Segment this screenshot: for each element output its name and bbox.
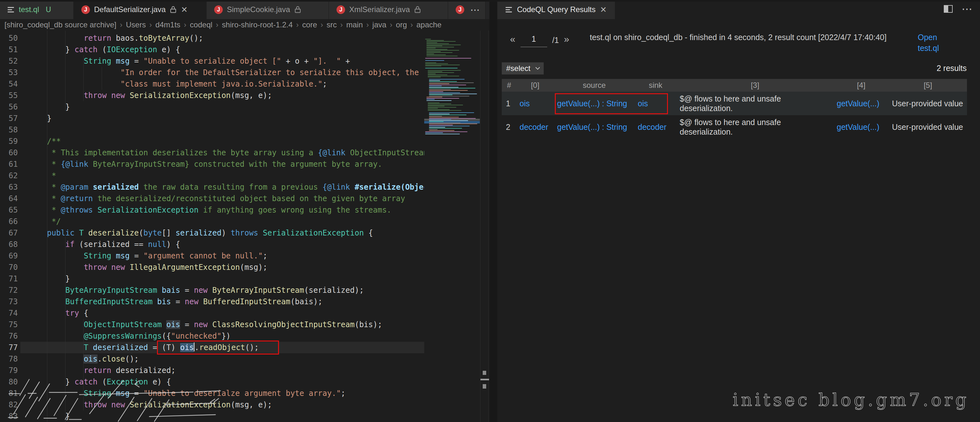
- split-editor-icon[interactable]: [944, 5, 953, 13]
- result-link[interactable]: ois: [638, 99, 648, 108]
- result-cell[interactable]: getValue(...): [834, 92, 889, 115]
- minimap[interactable]: [424, 30, 480, 422]
- code-line[interactable]: 60 * This implementation deserializes th…: [0, 147, 424, 158]
- breadcrumb-item[interactable]: codeql: [190, 20, 213, 29]
- results-column-header[interactable]: [5]: [889, 79, 967, 92]
- code-line[interactable]: 55 throw new SerializationException(msg,…: [0, 90, 424, 101]
- code-token: }: [29, 102, 70, 111]
- code-line[interactable]: 58: [0, 124, 424, 136]
- code-line[interactable]: 82 throw new SerializationException(msg,…: [0, 399, 424, 411]
- result-cell[interactable]: decoder: [635, 115, 676, 139]
- code-line[interactable]: 50 return baos.toByteArray();: [0, 32, 424, 44]
- breadcrumb-item[interactable]: apache: [417, 20, 442, 29]
- more-actions-icon[interactable]: ⋯: [468, 4, 480, 15]
- breadcrumb-item[interactable]: d4m1ts: [155, 20, 180, 29]
- breadcrumb[interactable]: [shiro_codeql_db source archive]›Users›d…: [0, 19, 489, 30]
- code-line[interactable]: 53 "In order for the DefaultSerializer t…: [0, 67, 424, 78]
- tab-defaultserializer-java[interactable]: J DefaultSerializer.java ✕: [74, 0, 207, 19]
- results-column-header[interactable]: sink: [635, 79, 676, 92]
- breadcrumb-item[interactable]: Users: [126, 20, 146, 29]
- code-line[interactable]: 68 if (serialized == null) {: [0, 239, 424, 250]
- code-token: "In order for the DefaultSerializer to s…: [121, 68, 424, 77]
- code-line[interactable]: 78 ois.close();: [0, 353, 424, 365]
- code-editor[interactable]: 50 return baos.toByteArray();51 } catch …: [0, 30, 489, 422]
- result-cell[interactable]: ois: [516, 92, 554, 115]
- code-line[interactable]: 72 ByteArrayInputStream bais = new ByteA…: [0, 285, 424, 296]
- tab-test-ql[interactable]: test.ql U: [0, 0, 74, 19]
- code-line[interactable]: 71 }: [0, 273, 424, 285]
- result-link[interactable]: decoder: [638, 122, 667, 132]
- breadcrumb-item[interactable]: main: [346, 20, 363, 29]
- code-line[interactable]: 62 *: [0, 170, 424, 181]
- select-dropdown[interactable]: #select: [502, 62, 544, 75]
- code-line[interactable]: 64 * @return the deserialized/reconstitu…: [0, 193, 424, 204]
- code-line[interactable]: 76 @SuppressWarnings({"unchecked"}): [0, 330, 424, 342]
- editor-scrollbar[interactable]: [480, 30, 489, 422]
- next-page-icon[interactable]: »: [564, 34, 570, 45]
- close-tab-icon[interactable]: ✕: [181, 6, 188, 14]
- code-token: close: [102, 355, 125, 363]
- code-line[interactable]: 57 }: [0, 113, 424, 124]
- result-cell[interactable]: getValue(...) : String: [554, 115, 635, 139]
- code-line[interactable]: 51 } catch (IOException e) {: [0, 44, 424, 55]
- more-actions-icon[interactable]: ⋯: [962, 6, 973, 12]
- open-test-ql-link[interactable]: Open test.ql: [918, 32, 956, 53]
- close-panel-icon[interactable]: ✕: [600, 6, 607, 14]
- overview-ruler-marker: [483, 384, 486, 388]
- breadcrumb-item[interactable]: org: [396, 20, 407, 29]
- code-line[interactable]: 81 String msg = "Unable to deserialze ar…: [0, 388, 424, 399]
- code-line[interactable]: 67 public T deserialize(byte[] serialize…: [0, 227, 424, 239]
- code-content[interactable]: 50 return baos.toByteArray();51 } catch …: [0, 32, 424, 422]
- results-column-header[interactable]: #: [502, 79, 516, 92]
- result-cell[interactable]: ois: [635, 92, 676, 115]
- code-line[interactable]: 83 }: [0, 411, 424, 422]
- result-link[interactable]: ois: [520, 99, 530, 108]
- results-column-header[interactable]: source: [554, 79, 635, 92]
- code-line[interactable]: 69 String msg = "argument cannot be null…: [0, 250, 424, 262]
- minimap-line: [426, 54, 446, 55]
- breadcrumb-item[interactable]: java: [372, 20, 387, 29]
- results-column-header[interactable]: [0]: [516, 79, 554, 92]
- tab-overflow[interactable]: J ⋯: [448, 0, 485, 19]
- code-line[interactable]: 80 } catch (Exception e) {: [0, 376, 424, 388]
- breadcrumb-item[interactable]: shiro-shiro-root-1.2.4: [222, 20, 293, 29]
- result-cell-text: User-provided value: [892, 122, 963, 132]
- code-line[interactable]: 56 }: [0, 101, 424, 113]
- breadcrumb-item[interactable]: src: [327, 20, 337, 29]
- code-line[interactable]: 52 String msg = "Unable to serialize obj…: [0, 55, 424, 67]
- result-row[interactable]: 2decodergetValue(...) : Stringdecoder$@ …: [502, 115, 967, 139]
- tab-codeql-query-results[interactable]: CodeQL Query Results ✕: [497, 0, 615, 19]
- code-text: * @throws SerializationException if anyt…: [18, 204, 391, 216]
- result-link[interactable]: getValue(...) : String: [557, 99, 627, 108]
- result-link[interactable]: getValue(...): [837, 122, 879, 132]
- result-row[interactable]: 1oisgetValue(...) : Stringois$@ flows to…: [502, 92, 967, 115]
- code-line[interactable]: 70 throw new IllegalArgumentException(ms…: [0, 262, 424, 273]
- code-line[interactable]: 79 return deserialized;: [0, 365, 424, 376]
- minimap-line: [426, 43, 449, 44]
- code-line[interactable]: 59 /**: [0, 136, 424, 147]
- code-line[interactable]: 73 BufferedInputStream bis = new Buffere…: [0, 296, 424, 307]
- code-text: }: [18, 113, 51, 124]
- result-cell[interactable]: decoder: [516, 115, 554, 139]
- results-column-header[interactable]: [4]: [834, 79, 889, 92]
- code-line[interactable]: 54 "class must implement java.io.Seriali…: [0, 78, 424, 90]
- code-line[interactable]: 74 try {: [0, 307, 424, 319]
- panel-divider[interactable]: [489, 0, 497, 422]
- code-line[interactable]: 63 * @param serialized the raw data resu…: [0, 181, 424, 193]
- breadcrumb-item[interactable]: [shiro_codeql_db source archive]: [5, 20, 116, 29]
- tab-simplecookie-java[interactable]: J SimpleCookie.java: [207, 0, 329, 19]
- code-line[interactable]: 66 */: [0, 216, 424, 227]
- result-link[interactable]: decoder: [520, 122, 548, 132]
- result-cell[interactable]: getValue(...): [834, 115, 889, 139]
- breadcrumb-item[interactable]: core: [302, 20, 317, 29]
- code-line[interactable]: 65 * @throws SerializationException if a…: [0, 204, 424, 216]
- result-link[interactable]: getValue(...) : String: [557, 122, 627, 132]
- code-line[interactable]: 75 ObjectInputStream ois = new ClassReso…: [0, 319, 424, 330]
- results-column-header[interactable]: [3]: [676, 79, 834, 92]
- result-cell[interactable]: getValue(...) : String: [554, 92, 635, 115]
- tab-xmlserializer-java[interactable]: J XmlSerializer.java: [329, 0, 448, 19]
- page-number-input[interactable]: [520, 34, 547, 47]
- code-line[interactable]: 61 * {@link ByteArrayInputStream} constr…: [0, 158, 424, 170]
- prev-page-icon[interactable]: «: [510, 34, 515, 45]
- result-link[interactable]: getValue(...): [837, 99, 879, 108]
